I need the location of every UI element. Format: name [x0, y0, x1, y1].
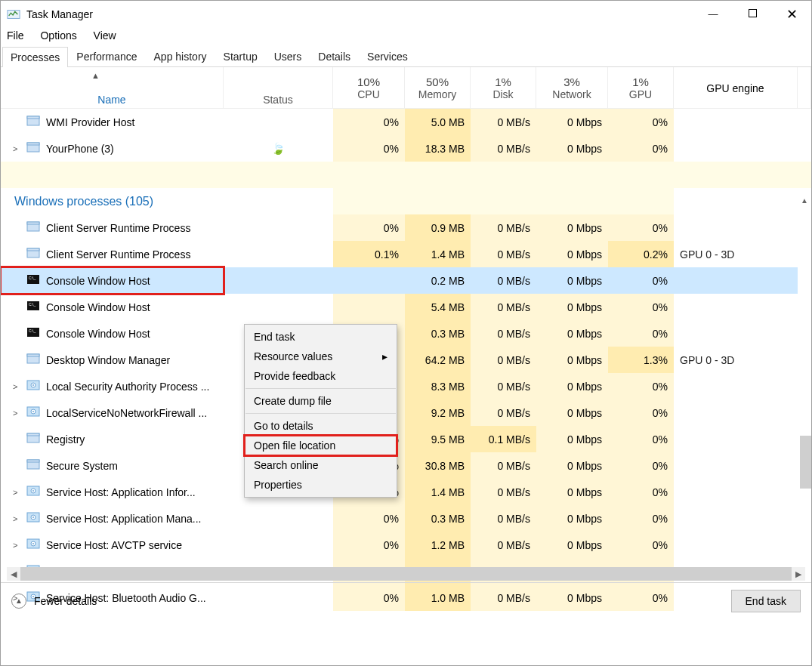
- table-row[interactable]: Client Server Runtime Process0%0.9 MB0 M…: [1, 214, 811, 241]
- gpu-cell: 0%: [608, 479, 674, 505]
- table-row[interactable]: >LocalServiceNoNetworkFirewall ...9.2 MB…: [1, 399, 811, 426]
- process-name-cell[interactable]: >LocalServiceNoNetworkFirewall ...: [1, 399, 224, 426]
- table-row[interactable]: C:\_Console Window Host0.3 MB0 MB/s0 Mbp…: [1, 320, 811, 347]
- close-button[interactable]: ✕: [772, 3, 811, 26]
- tab-users[interactable]: Users: [266, 46, 310, 66]
- process-name-cell[interactable]: Desktop Window Manager: [1, 347, 224, 373]
- process-icon: [26, 405, 40, 421]
- gpu-cell: 0.2%: [608, 241, 674, 267]
- table-row[interactable]: Registry0%9.5 MB0.1 MB/s0 Mbps0%: [1, 426, 811, 452]
- col-gpu[interactable]: 1%GPU: [608, 67, 674, 109]
- tab-startup[interactable]: Startup: [215, 46, 266, 66]
- vertical-scrollbar[interactable]: ▲: [798, 194, 811, 566]
- menu-view[interactable]: View: [94, 29, 116, 42]
- disk-cell: 0 MB/s: [471, 320, 536, 347]
- tab-performance[interactable]: Performance: [68, 46, 145, 66]
- mem-cell: 0.9 MB: [405, 214, 471, 241]
- col-memory[interactable]: 50%Memory: [405, 67, 471, 109]
- scroll-left-icon[interactable]: ◀: [7, 567, 20, 581]
- table-row[interactable]: C:\_Console Window Host5.4 MB0 MB/s0 Mbp…: [1, 294, 811, 320]
- tab-services[interactable]: Services: [359, 46, 416, 66]
- process-name-cell[interactable]: C:\_Console Window Host: [1, 320, 224, 347]
- table-row[interactable]: >Local Security Authority Process ...8.3…: [1, 373, 811, 399]
- mem-cell: 8.3 MB: [405, 373, 471, 399]
- process-name-cell[interactable]: >Service Host: Application Infor...: [1, 479, 224, 505]
- tab-details[interactable]: Details: [310, 46, 359, 66]
- table-row[interactable]: Secure System0%30.8 MB0 MB/s0 Mbps0%: [1, 452, 811, 479]
- col-disk[interactable]: 1%Disk: [471, 67, 536, 109]
- process-name-cell[interactable]: C:\_Console Window Host: [1, 267, 224, 294]
- minimize-button[interactable]: —: [693, 3, 733, 26]
- tab-processes[interactable]: Processes: [2, 47, 68, 67]
- app-icon: [7, 8, 20, 21]
- col-network[interactable]: 3%Network: [536, 67, 608, 109]
- table-row[interactable]: C:\_Console Window Host0.2 MB0 MB/s0 Mbp…: [1, 267, 811, 294]
- process-name-cell[interactable]: >YourPhone (3): [1, 135, 224, 162]
- table-row[interactable]: Client Server Runtime Process0.1%1.4 MB0…: [1, 241, 811, 267]
- col-cpu[interactable]: 10%CPU: [333, 67, 405, 109]
- disk-cell: 0 MB/s: [471, 505, 536, 532]
- context-menu-item-end-task[interactable]: End task: [245, 327, 397, 347]
- horizontal-scrollbar[interactable]: ◀ ▶: [7, 567, 805, 581]
- table-row[interactable]: Desktop Window Manager64.2 MB0 MB/s0 Mbp…: [1, 347, 811, 373]
- process-icon: [26, 220, 40, 236]
- svg-point-35: [32, 543, 34, 544]
- net-cell: 0 Mbps: [536, 214, 608, 241]
- process-name-cell[interactable]: C:\_Console Window Host: [1, 294, 224, 320]
- net-cell: 0 Mbps: [536, 320, 608, 347]
- context-menu-item-open-file-location[interactable]: Open file location: [245, 436, 397, 455]
- process-name-cell[interactable]: Client Server Runtime Process: [1, 241, 224, 267]
- table-row[interactable]: >YourPhone (3)🍃0%18.3 MB0 MB/s0 Mbps0%: [1, 135, 811, 162]
- menu-options[interactable]: Options: [40, 29, 76, 42]
- process-name-cell[interactable]: >Local Security Authority Process ...: [1, 373, 224, 399]
- table-row[interactable]: >Service Host: Application Infor...0%1.4…: [1, 479, 811, 505]
- scroll-right-icon[interactable]: ▶: [792, 567, 805, 581]
- horizontal-scroll-thumb[interactable]: [20, 567, 792, 581]
- expand-chevron-icon[interactable]: >: [13, 144, 20, 153]
- net-cell: 0 Mbps: [536, 109, 608, 135]
- process-name-cell[interactable]: >Service Host: Application Mana...: [1, 505, 224, 532]
- expand-chevron-icon[interactable]: >: [13, 382, 20, 391]
- maximize-button[interactable]: [733, 3, 772, 26]
- expand-chevron-icon[interactable]: >: [13, 488, 20, 497]
- process-icon: [26, 510, 40, 526]
- mem-cell: 9.5 MB: [405, 426, 471, 452]
- context-menu-item-provide-feedback[interactable]: Provide feedback: [245, 366, 397, 386]
- process-name-cell[interactable]: >Service Host: AVCTP service: [1, 532, 224, 558]
- table-row[interactable]: >Service Host: AVCTP service0%1.2 MB0 MB…: [1, 532, 811, 558]
- process-name-cell[interactable]: Secure System: [1, 452, 224, 479]
- gpu-engine-cell: [674, 135, 798, 162]
- col-status[interactable]: Status: [224, 67, 333, 109]
- mem-cell: 0.3 MB: [405, 505, 471, 532]
- table-row[interactable]: WMI Provider Host0%5.0 MB0 MB/s0 Mbps0%: [1, 109, 811, 135]
- context-menu-item-create-dump-file[interactable]: Create dump file: [245, 391, 397, 411]
- svg-text:C:\_: C:\_: [29, 276, 36, 280]
- expand-chevron-icon[interactable]: >: [13, 409, 20, 418]
- expand-chevron-icon[interactable]: >: [13, 541, 20, 550]
- context-menu-item-resource-values[interactable]: Resource values▸: [245, 347, 397, 366]
- process-name: Console Window Host: [46, 328, 150, 340]
- end-task-button[interactable]: End task: [731, 590, 801, 612]
- context-menu-item-properties[interactable]: Properties: [245, 475, 397, 495]
- menu-file[interactable]: File: [7, 29, 24, 42]
- gpu-engine-cell: [674, 426, 798, 452]
- scroll-up-icon[interactable]: ▲: [798, 194, 811, 208]
- col-name[interactable]: ▲ Name: [1, 67, 224, 109]
- gpu-engine-cell: [674, 452, 798, 479]
- footer: ▲ Fewer details End task: [1, 582, 811, 618]
- fewer-details-button[interactable]: ▲ Fewer details: [11, 594, 97, 609]
- tab-app-history[interactable]: App history: [146, 46, 215, 66]
- process-name-cell[interactable]: Client Server Runtime Process: [1, 214, 224, 241]
- cpu-cell: 0%: [333, 135, 405, 162]
- vertical-scroll-thumb[interactable]: [800, 436, 811, 489]
- table-row[interactable]: >Service Host: Application Mana...0%0.3 …: [1, 505, 811, 532]
- process-name-cell[interactable]: Registry: [1, 426, 224, 452]
- group-header-row[interactable]: Windows processes (105): [1, 188, 811, 214]
- col-gpu-engine[interactable]: GPU engine: [674, 67, 798, 109]
- context-menu-item-go-to-details[interactable]: Go to details: [245, 416, 397, 436]
- gpu-engine-cell: [674, 505, 798, 532]
- context-menu-item-search-online[interactable]: Search online: [245, 455, 397, 475]
- process-name: Registry: [46, 433, 85, 446]
- expand-chevron-icon[interactable]: >: [13, 514, 20, 523]
- process-name-cell[interactable]: WMI Provider Host: [1, 109, 224, 135]
